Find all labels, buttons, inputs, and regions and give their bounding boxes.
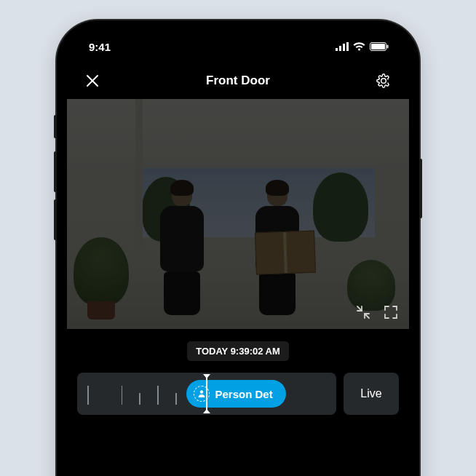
wifi-icon bbox=[353, 41, 365, 53]
svg-rect-2 bbox=[343, 44, 345, 51]
fullscreen-icon bbox=[384, 305, 398, 320]
video-controls bbox=[355, 304, 399, 320]
timeline-playhead[interactable] bbox=[206, 376, 207, 412]
timeline-tick bbox=[139, 393, 140, 405]
timeline-row: Person Det Live bbox=[67, 373, 409, 415]
phone-side-button bbox=[54, 151, 57, 192]
timeline-tick bbox=[157, 386, 159, 405]
notch bbox=[165, 31, 311, 51]
video-dim-overlay bbox=[67, 99, 409, 329]
close-button[interactable] bbox=[83, 71, 102, 90]
phone-side-button bbox=[54, 199, 57, 240]
event-label: Person Det bbox=[215, 388, 273, 400]
gear-icon bbox=[376, 74, 391, 88]
timeline-tick bbox=[87, 386, 89, 405]
battery-icon bbox=[370, 41, 389, 53]
cellular-icon bbox=[336, 41, 349, 53]
timeline-tick bbox=[122, 386, 123, 405]
minimize-icon bbox=[356, 305, 370, 320]
title-bar: Front Door bbox=[67, 63, 409, 99]
phone-frame: 9:41 Front Door bbox=[57, 20, 419, 476]
timestamp-area: TODAY 9:39:02 AM bbox=[67, 329, 409, 373]
status-time: 9:41 bbox=[89, 41, 111, 53]
timeline-tick bbox=[175, 393, 177, 405]
svg-rect-1 bbox=[339, 46, 341, 51]
svg-rect-3 bbox=[346, 42, 349, 51]
fullscreen-button[interactable] bbox=[383, 304, 399, 320]
timestamp-pill: TODAY 9:39:02 AM bbox=[187, 341, 289, 361]
svg-rect-6 bbox=[387, 44, 389, 48]
svg-point-7 bbox=[199, 390, 202, 393]
camera-video[interactable] bbox=[67, 99, 409, 329]
minimize-button[interactable] bbox=[355, 304, 371, 320]
settings-button[interactable] bbox=[374, 71, 393, 90]
close-icon bbox=[86, 74, 99, 87]
live-label: Live bbox=[360, 387, 381, 400]
svg-rect-5 bbox=[371, 44, 385, 49]
event-timeline[interactable]: Person Det bbox=[77, 373, 336, 415]
screen: 9:41 Front Door bbox=[67, 31, 409, 476]
page-title: Front Door bbox=[206, 74, 270, 88]
phone-side-button bbox=[419, 159, 422, 218]
svg-rect-0 bbox=[336, 48, 338, 51]
event-pill[interactable]: Person Det bbox=[186, 380, 286, 408]
live-button[interactable]: Live bbox=[344, 373, 399, 415]
phone-side-button bbox=[54, 115, 57, 138]
